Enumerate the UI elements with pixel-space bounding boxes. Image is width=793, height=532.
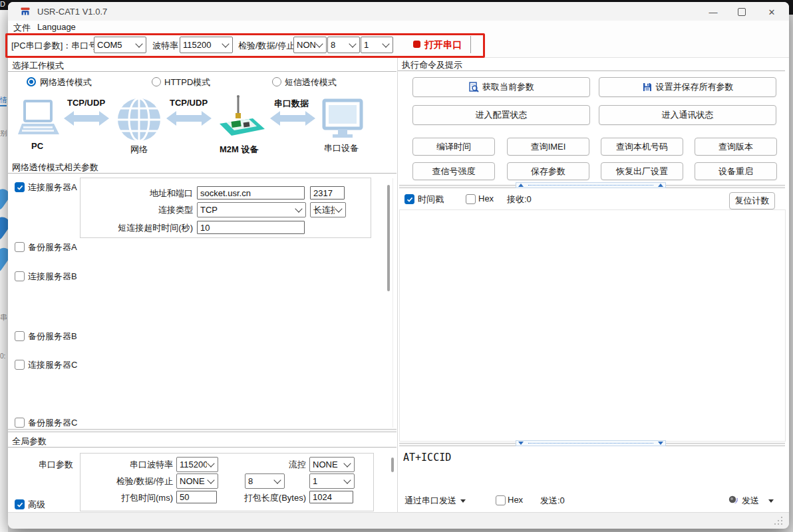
section-underline — [8, 173, 397, 174]
chevron-down-icon — [768, 499, 774, 503]
net-params-header: 网络透传模式相关参数 — [12, 162, 98, 174]
splitter-handle[interactable] — [516, 182, 666, 188]
enter-comm-button[interactable]: 进入通讯状态 — [599, 105, 776, 125]
backup-server-a-checkbox[interactable] — [15, 242, 25, 252]
com-port-select[interactable]: COM5 — [94, 37, 146, 53]
m2m-device-icon — [212, 94, 269, 142]
chevron-down-icon — [207, 460, 214, 467]
radio-net-transparent-mode[interactable] — [27, 77, 36, 86]
baud-select[interactable]: 115200 — [180, 37, 233, 53]
conn-mode-select[interactable]: 长连接 — [310, 202, 346, 217]
arrow-left-right-icon — [166, 109, 212, 128]
stopbits-select[interactable]: 1 — [361, 37, 393, 53]
timestamp-checkbox[interactable] — [404, 194, 414, 204]
packlen-label: 打包长度(Bytes) — [230, 492, 306, 504]
chevron-down-icon — [315, 40, 323, 47]
scrollbar-thumb[interactable] — [391, 458, 394, 472]
title-bar[interactable] — [8, 2, 789, 21]
flow-select[interactable]: NONE — [309, 457, 355, 472]
query-number-button[interactable]: 查询本机号码 — [601, 138, 683, 156]
backup-server-a-label: 备份服务器A — [28, 241, 77, 253]
parity-select[interactable]: NONI — [293, 37, 327, 53]
close-button[interactable]: ✕ — [758, 3, 786, 21]
query-imei-button[interactable]: 查询IMEI — [507, 138, 589, 156]
background-text-fragment: 串 — [0, 313, 7, 323]
g-stopbits-select[interactable]: 1 — [309, 473, 355, 489]
reset-count-button[interactable]: 复位计数 — [729, 192, 775, 209]
get-params-button[interactable]: 获取当前参数 — [412, 77, 590, 97]
device-restart-button[interactable]: 设备重启 — [695, 162, 777, 180]
advanced-checkbox[interactable] — [15, 499, 25, 509]
packtime-input[interactable] — [176, 491, 217, 503]
g-databits-select[interactable]: 8 — [245, 473, 285, 489]
addr-label: 地址和端口 — [100, 188, 193, 200]
radio-sms-mode[interactable] — [272, 77, 281, 86]
send-area[interactable] — [399, 448, 784, 490]
backup-server-b-label: 备份服务器B — [28, 331, 77, 342]
server-b-checkbox[interactable] — [15, 271, 25, 281]
send-hex-label: Hex — [508, 495, 523, 505]
timestamp-label: 时间戳 — [418, 194, 444, 205]
status-bar — [8, 512, 789, 529]
splitter-handle[interactable] — [516, 440, 666, 446]
factory-reset-label: 恢复出厂设置 — [616, 166, 668, 178]
background-logo-shape — [0, 245, 8, 275]
g-baud-select[interactable]: 115200 — [176, 457, 218, 472]
port-status-icon — [413, 41, 420, 48]
server-c-checkbox[interactable] — [15, 360, 25, 370]
section-underline — [8, 71, 397, 72]
save-all-params-button[interactable]: 设置并保存所有参数 — [599, 77, 776, 97]
minimize-button[interactable]: — — [699, 3, 727, 21]
backup-server-c-checkbox[interactable] — [15, 418, 25, 428]
query-version-button[interactable]: 查询版本 — [695, 138, 777, 156]
splitter[interactable] — [8, 429, 397, 432]
send-via-dropdown[interactable]: 通过串口发送 — [404, 495, 466, 507]
backup-server-b-checkbox[interactable] — [15, 331, 25, 341]
radio-httpd-label: HTTPD模式 — [164, 76, 210, 88]
radio-httpd-mode[interactable] — [152, 77, 161, 86]
server-a-port-input[interactable] — [310, 186, 345, 200]
query-signal-button[interactable]: 查信号强度 — [412, 162, 495, 180]
globe-icon — [116, 97, 162, 142]
compile-time-button[interactable]: 编译时间 — [412, 138, 495, 156]
diagram-node-label: PC — [31, 141, 43, 151]
section-underline — [398, 70, 785, 71]
save-params-button[interactable]: 保存参数 — [507, 162, 589, 180]
collapse-up-icon — [658, 184, 663, 187]
collapse-up-icon — [518, 184, 524, 187]
server-a-address-input[interactable] — [197, 186, 305, 200]
packlen-input[interactable] — [309, 491, 353, 503]
databits-select[interactable]: 8 — [327, 37, 360, 53]
open-port-button[interactable]: 打开串口 — [424, 39, 462, 51]
conn-type-select[interactable]: TCP — [197, 202, 306, 217]
factory-reset-button[interactable]: 恢复出厂设置 — [601, 162, 683, 180]
receive-hex-checkbox[interactable] — [466, 194, 476, 204]
timeout-input[interactable] — [197, 221, 305, 234]
minimize-icon: — — [709, 7, 718, 17]
diagram-node-label: M2M 设备 — [220, 144, 259, 156]
send-hex-checkbox[interactable] — [496, 495, 506, 505]
server-a-checkbox[interactable] — [15, 182, 25, 192]
receive-count: 接收:0 — [507, 194, 532, 205]
background-logo-shape — [0, 214, 8, 243]
receive-area[interactable] — [399, 209, 786, 442]
scrollbar-thumb[interactable] — [387, 185, 390, 291]
chevron-down-icon — [135, 40, 142, 47]
resize-grip-icon[interactable] — [774, 517, 784, 526]
enter-config-button[interactable]: 进入配置状态 — [412, 105, 590, 125]
send-content[interactable]: AT+ICCID — [403, 452, 451, 464]
reset-count-label: 复位计数 — [735, 195, 770, 207]
menu-language[interactable]: Language — [35, 22, 79, 32]
background-text-fragment: 情 — [0, 95, 7, 105]
device-restart-label: 设备重启 — [718, 166, 753, 178]
menu-bar — [8, 21, 789, 32]
send-sound-icon — [728, 494, 739, 505]
g-parity-select[interactable]: NONE — [176, 473, 218, 489]
query-imei-label: 查询IMEI — [531, 141, 566, 153]
backup-server-c-label: 备份服务器C — [28, 417, 77, 429]
maximize-button[interactable] — [728, 3, 756, 21]
send-button[interactable]: 发送 — [742, 495, 774, 507]
conn-type-label: 连接类型 — [100, 204, 193, 216]
section-underline — [8, 447, 397, 448]
g-parity-label: 检验/数据/停止 — [106, 475, 173, 487]
